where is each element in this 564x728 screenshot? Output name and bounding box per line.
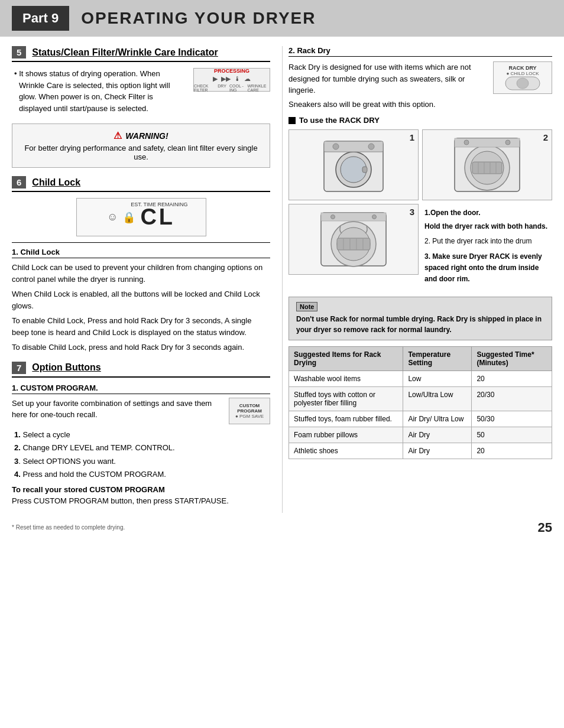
- table-header-items: Suggested Items for Rack Drying: [289, 347, 403, 371]
- table-cell-temp-3: Air Dry/ Ultra Low: [403, 411, 472, 427]
- recall-text: Press CUSTOM PROGRAM button, then press …: [12, 496, 229, 505]
- table-cell-time-3: 50/30: [472, 411, 552, 427]
- step-1: 1. Select a cycle: [14, 429, 270, 441]
- warning-label: WARNING!: [125, 131, 168, 141]
- rack-dry-image: RACK DRY ● CHILD LOCK: [493, 61, 552, 94]
- rack-dry-image-3: 3: [289, 204, 419, 275]
- bullet-point: •: [14, 69, 19, 78]
- table-row: Foam rubber pillows Air Dry 50: [289, 427, 552, 443]
- custom-program-intro: Set up your favorite combination of sett…: [12, 398, 223, 421]
- child-lock-para-1: Child Lock can be used to prevent your c…: [12, 262, 270, 285]
- warning-triangle-icon: ⚠: [114, 130, 122, 141]
- black-square-icon: [289, 117, 296, 124]
- section-7-num: 7: [12, 362, 26, 374]
- rack-dry-image-2: 2: [422, 129, 552, 200]
- rack-dry-badge: RACK DRY: [508, 65, 536, 71]
- footer-note: * Reset time as needed to complete dryin…: [12, 524, 125, 531]
- svg-rect-12: [472, 162, 502, 174]
- dryer-rack-svg-3: [318, 210, 389, 269]
- section-5-num: 5: [12, 46, 26, 58]
- custom-program-button-label: CUSTOM PROGRAM: [237, 403, 262, 414]
- table-cell-item-2: Stuffed toys with cotton or polyester fi…: [289, 387, 403, 411]
- rack-dry-intro-text: Rack Dry is designed for use with items …: [289, 61, 487, 110]
- step-hold-rack: Hold the dryer rack with both hands.: [424, 221, 550, 232]
- note-text: Don't use Rack for normal tumble drying.…: [296, 314, 544, 335]
- rack-dry-images-bottom: 3: [289, 204, 552, 291]
- page-title: OPERATING YOUR DRYER: [81, 9, 316, 28]
- to-use-rack-heading: To use the RACK DRY: [289, 116, 552, 125]
- rack-dry-table: Suggested Items for Rack Drying Temperat…: [289, 346, 552, 459]
- table-cell-time-4: 50: [472, 427, 552, 443]
- rack-img-num-2: 2: [543, 132, 548, 142]
- recall-heading: To recall your stored CUSTOM PROGRAM Pre…: [12, 484, 270, 507]
- step-put-rack: 2. Put the dryer rack into the drum: [424, 236, 550, 247]
- right-column: 2. Rack Dry Rack Dry is designed for use…: [282, 46, 552, 513]
- steps-list: 1.Open the door. Hold the dryer rack wit…: [424, 207, 550, 285]
- step-ensure-spacing: 3. Make sure Dryer RACK is evenly spaced…: [424, 251, 550, 285]
- rack-dry-steps-text: 1.Open the door. Hold the dryer rack wit…: [422, 204, 552, 291]
- lock-icon: 🔒: [122, 211, 135, 224]
- note-box: Note Don't use Rack for normal tumble dr…: [289, 297, 552, 340]
- step-3: 3. Select OPTIONS you want.: [14, 456, 270, 467]
- svg-point-30: [372, 215, 377, 219]
- dryer-front-svg-1: [318, 135, 389, 194]
- rack-dry-heading: 2. Rack Dry: [289, 46, 552, 57]
- svg-point-1: [517, 78, 529, 89]
- table-row: Stuffed toys, foam rubber filled. Air Dr…: [289, 411, 552, 427]
- section-6-num: 6: [12, 176, 26, 188]
- left-column: 5 Status/Clean Filter/Wrinkle Care Indic…: [12, 46, 282, 513]
- section-6: 6 Child Lock EST. TIME REMAINING ☺ 🔒 CL …: [12, 176, 270, 353]
- table-cell-time-1: 20: [472, 371, 552, 387]
- footer: * Reset time as needed to complete dryin…: [0, 518, 564, 538]
- table-cell-temp-1: Low: [403, 371, 472, 387]
- child-lock-sub-heading: 1. Child Lock: [12, 248, 270, 258]
- table-cell-time-5: 20: [472, 443, 552, 459]
- rack-img-num-3: 3: [410, 207, 414, 217]
- svg-rect-23: [337, 238, 370, 250]
- warning-text: For better drying performance and safety…: [22, 144, 260, 161]
- page-header: Part 9 OPERATING YOUR DRYER: [0, 0, 564, 37]
- section-5-title: Status/Clean Filter/Wrinkle Care Indicat…: [32, 47, 218, 58]
- note-badge: Note: [296, 302, 317, 311]
- section-7-title: Option Buttons: [32, 362, 101, 373]
- custom-program-heading: 1. CUSTOM PROGRAM.: [12, 384, 270, 394]
- processing-tabs: CHECK FILTER DRY COOL -ING WRINKLE CARE: [194, 84, 270, 92]
- rack-dry-intro-section: Rack Dry is designed for use with items …: [289, 61, 552, 110]
- section-5-heading: 5 Status/Clean Filter/Wrinkle Care Indic…: [12, 46, 270, 62]
- custom-program-sublabel: ● PGM SAVE: [235, 414, 264, 419]
- rack-dry-para-1: Rack Dry is designed for use with items …: [289, 61, 487, 96]
- rack-dry-images-top: 1 2: [289, 129, 552, 200]
- rack-dry-sub: ● CHILD LOCK: [506, 71, 539, 76]
- cl-label: EST. TIME REMAINING: [131, 202, 187, 207]
- section-7: 7 Option Buttons 1. CUSTOM PROGRAM. Set …: [12, 362, 270, 507]
- section-6-heading: 6 Child Lock: [12, 176, 270, 192]
- step-2: 2. Change DRY LEVEL and TEMP. CONTROL.: [14, 442, 270, 454]
- table-header-row: Suggested Items for Rack Drying Temperat…: [289, 347, 552, 371]
- processing-icons: ▶▶▶🌡☁: [213, 75, 251, 83]
- rack-dry-button-svg: [505, 76, 540, 90]
- section-5-bullet-text: It shows status of drying operation. Whe…: [19, 69, 170, 113]
- child-lock-display: EST. TIME REMAINING ☺ 🔒 CL: [76, 198, 206, 236]
- note-label: Note: [296, 302, 544, 311]
- svg-point-18: [464, 140, 469, 145]
- part-label: Part 9: [12, 6, 69, 31]
- table-row: Athletic shoes Air Dry 20: [289, 443, 552, 459]
- table-cell-temp-4: Air Dry: [403, 427, 472, 443]
- main-content: 5 Status/Clean Filter/Wrinkle Care Indic…: [0, 46, 564, 513]
- custom-program-image: CUSTOM PROGRAM ● PGM SAVE: [229, 398, 270, 424]
- svg-point-6: [333, 144, 339, 150]
- step-4: 4. Press and hold the CUSTOM PROGRAM.: [14, 469, 270, 480]
- cl-display: CL: [140, 204, 175, 230]
- table-cell-item-4: Foam rubber pillows: [289, 427, 403, 443]
- section-7-heading: 7 Option Buttons: [12, 362, 270, 378]
- table-cell-item-5: Athletic shoes: [289, 443, 403, 459]
- svg-point-29: [331, 215, 335, 219]
- table-cell-item-3: Stuffed toys, foam rubber filled.: [289, 411, 403, 427]
- custom-program-row: Set up your favorite combination of sett…: [12, 398, 270, 424]
- svg-point-7: [368, 144, 374, 150]
- rack-dry-image-1: 1: [289, 129, 419, 200]
- divider-1: [12, 242, 270, 243]
- processing-image: PROCESSING ▶▶▶🌡☁ CHECK FILTER DRY COOL -…: [193, 68, 270, 92]
- child-lock-para-4: To disable Child Lock, press and hold Ra…: [12, 342, 270, 353]
- table-cell-time-2: 20/30: [472, 387, 552, 411]
